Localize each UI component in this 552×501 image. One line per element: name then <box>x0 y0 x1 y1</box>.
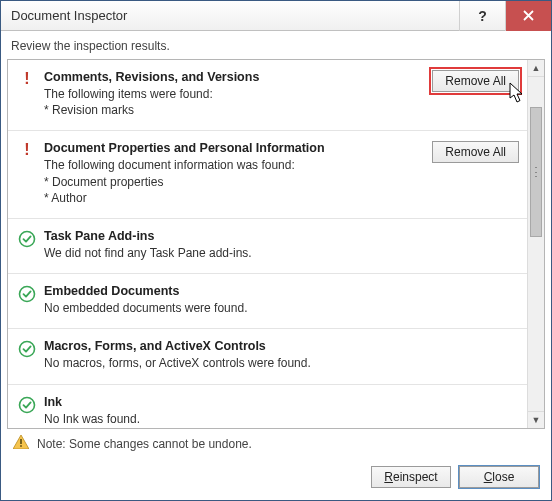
help-button[interactable]: ? <box>459 1 505 31</box>
close-icon <box>523 10 534 21</box>
result-item: Macros, Forms, and ActiveX ControlsNo ma… <box>8 329 527 384</box>
item-line: * Author <box>44 190 419 206</box>
scroll-track[interactable] <box>528 77 544 411</box>
scroll-thumb[interactable] <box>530 107 542 237</box>
item-text: Embedded DocumentsNo embedded documents … <box>38 284 419 316</box>
checkmark-circle-icon <box>16 284 38 303</box>
footer: Reinspect Close <box>1 458 551 500</box>
svg-point-1 <box>20 287 35 302</box>
item-line: * Revision marks <box>44 102 419 118</box>
item-text: Comments, Revisions, and VersionsThe fol… <box>38 70 419 118</box>
item-line: The following document information was f… <box>44 157 419 173</box>
scroll-down-icon[interactable]: ▼ <box>528 411 544 428</box>
item-text: InkNo Ink was found. <box>38 395 419 427</box>
svg-point-3 <box>20 397 35 412</box>
item-line: No macros, forms, or ActiveX controls we… <box>44 355 419 371</box>
item-line: We did not find any Task Pane add-ins. <box>44 245 419 261</box>
alert-icon: ! <box>16 141 38 158</box>
item-line: The following items were found: <box>44 86 419 102</box>
checkmark-circle-icon <box>16 339 38 358</box>
results-area: !Comments, Revisions, and VersionsThe fo… <box>7 59 545 429</box>
note-row: Note: Some changes cannot be undone. <box>1 429 551 458</box>
item-heading: Macros, Forms, and ActiveX Controls <box>44 339 419 353</box>
svg-rect-6 <box>20 445 22 447</box>
results-list: !Comments, Revisions, and VersionsThe fo… <box>8 60 527 428</box>
alert-icon: ! <box>16 70 38 87</box>
result-item: !Document Properties and Personal Inform… <box>8 131 527 219</box>
svg-point-2 <box>20 342 35 357</box>
item-line: No embedded documents were found. <box>44 300 419 316</box>
item-heading: Document Properties and Personal Informa… <box>44 141 419 155</box>
scrollbar[interactable]: ▲ ▼ <box>527 60 544 428</box>
window-title: Document Inspector <box>1 8 459 23</box>
item-text: Document Properties and Personal Informa… <box>38 141 419 206</box>
item-line: * Document properties <box>44 174 419 190</box>
item-heading: Embedded Documents <box>44 284 419 298</box>
reinspect-button[interactable]: Reinspect <box>371 466 451 488</box>
result-item: !Comments, Revisions, and VersionsThe fo… <box>8 60 527 131</box>
item-text: Macros, Forms, and ActiveX ControlsNo ma… <box>38 339 419 371</box>
subheading: Review the inspection results. <box>1 31 551 59</box>
titlebar: Document Inspector ? <box>1 1 551 31</box>
item-heading: Comments, Revisions, and Versions <box>44 70 419 84</box>
result-item: Task Pane Add-insWe did not find any Tas… <box>8 219 527 274</box>
note-text: Note: Some changes cannot be undone. <box>37 437 252 451</box>
checkmark-circle-icon <box>16 229 38 248</box>
item-text: Task Pane Add-insWe did not find any Tas… <box>38 229 419 261</box>
svg-rect-5 <box>20 439 22 444</box>
item-action: Remove All <box>419 141 519 163</box>
scroll-up-icon[interactable]: ▲ <box>528 60 544 77</box>
dialog-window: Document Inspector ? Review the inspecti… <box>0 0 552 501</box>
item-heading: Task Pane Add-ins <box>44 229 419 243</box>
item-heading: Ink <box>44 395 419 409</box>
checkmark-circle-icon <box>16 395 38 414</box>
item-action: Remove All <box>419 70 519 92</box>
remove-all-button[interactable]: Remove All <box>432 70 519 92</box>
result-item: InkNo Ink was found. <box>8 385 527 429</box>
close-window-button[interactable] <box>505 1 551 31</box>
svg-point-0 <box>20 231 35 246</box>
remove-all-button[interactable]: Remove All <box>432 141 519 163</box>
item-line: No Ink was found. <box>44 411 419 427</box>
result-item: Embedded DocumentsNo embedded documents … <box>8 274 527 329</box>
close-button[interactable]: Close <box>459 466 539 488</box>
warning-triangle-icon <box>13 435 29 452</box>
